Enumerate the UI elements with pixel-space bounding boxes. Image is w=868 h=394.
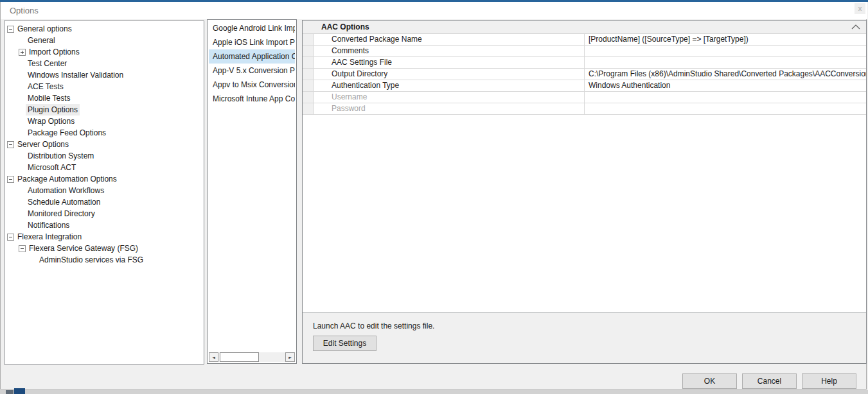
options-tree: General optionsGeneralImport OptionsTest… <box>4 21 204 364</box>
row-gutter <box>303 92 314 103</box>
tree-item[interactable]: Mobile Tests <box>4 92 204 104</box>
tree-item-label: Schedule Automation <box>26 196 102 208</box>
taskbar-item[interactable] <box>14 388 25 394</box>
plugin-list-item[interactable]: Microsoft Intune App Conversion <box>209 92 295 106</box>
plugin-list: Google Android Link Import PluginApple i… <box>209 21 295 351</box>
tree-item-label: Monitored Directory <box>26 208 97 219</box>
property-value[interactable] <box>585 57 866 68</box>
plugin-list-panel: Google Android Link Import PluginApple i… <box>207 19 297 364</box>
tree-item[interactable]: General options <box>4 23 204 35</box>
scroll-thumb[interactable] <box>220 352 259 362</box>
aac-options-panel: AAC Options Converted Package Name[Produ… <box>302 20 867 364</box>
tree-item-label: Server Options <box>15 139 71 150</box>
property-row[interactable]: Username <box>303 92 866 103</box>
tree-item[interactable]: Package Feed Options <box>4 127 204 139</box>
tree-item[interactable]: Distribution System <box>4 150 204 162</box>
tree-item[interactable]: ACE Tests <box>4 81 204 92</box>
property-row[interactable]: Converted Package Name[ProductName] ([So… <box>303 34 866 46</box>
tree-item-label: Mobile Tests <box>26 92 72 104</box>
row-gutter <box>303 46 314 56</box>
tree-item[interactable]: Test Center <box>4 58 204 69</box>
property-name: Password <box>314 103 585 114</box>
property-name: Comments <box>314 46 585 56</box>
tree-item[interactable]: Automation Workflows <box>4 185 204 196</box>
title-bar: Options <box>1 2 867 19</box>
tree-item[interactable]: Package Automation Options <box>4 173 204 185</box>
tree-item[interactable]: General <box>4 35 204 46</box>
collapse-icon[interactable] <box>7 176 14 183</box>
collapse-icon[interactable] <box>19 245 26 252</box>
tree-item-label: Microsoft ACT <box>26 162 78 173</box>
tree-item[interactable]: Flexera Service Gateway (FSG) <box>4 243 204 254</box>
row-gutter <box>303 80 314 91</box>
tree-item[interactable]: Monitored Directory <box>4 208 204 219</box>
tree-item[interactable]: Wrap Options <box>4 116 204 127</box>
tree-item-label: Plugin Options <box>26 104 80 116</box>
plugin-list-item[interactable]: Automated Application Converter <box>209 49 295 64</box>
property-row[interactable]: AAC Settings File <box>303 57 866 69</box>
tree-item[interactable]: Schedule Automation <box>4 196 204 208</box>
taskbar-strip <box>0 390 868 394</box>
tree-item-label: ACE Tests <box>26 81 66 92</box>
plugin-list-item[interactable]: Google Android Link Import Plugin <box>209 21 295 35</box>
property-value[interactable] <box>585 92 866 103</box>
property-value[interactable]: C:\Program Files (x86)\AdminStudio Share… <box>585 69 866 80</box>
property-name: AAC Settings File <box>314 57 585 68</box>
tree-item-label: Notifications <box>26 219 71 231</box>
row-gutter <box>303 103 314 114</box>
tree-item[interactable]: Notifications <box>4 219 204 231</box>
collapse-icon[interactable] <box>7 26 14 33</box>
tree-item[interactable]: Plugin Options <box>4 104 204 116</box>
collapse-icon[interactable] <box>7 141 14 148</box>
tree-item[interactable]: Import Options <box>4 46 204 58</box>
close-button[interactable]: x <box>855 3 865 14</box>
tree-item-label: Automation Workflows <box>26 185 106 196</box>
plugin-list-item[interactable]: App-V 5.x Conversion Plugin <box>209 64 295 78</box>
tree-item-label: AdminStudio services via FSG <box>37 254 145 266</box>
cancel-button[interactable]: Cancel <box>742 373 797 389</box>
expand-icon[interactable] <box>19 49 26 56</box>
property-row[interactable]: Comments <box>303 46 866 57</box>
collapse-chevron-icon[interactable] <box>851 24 860 30</box>
tree-item-label: Package Automation Options <box>15 173 119 185</box>
property-name: Username <box>314 92 585 103</box>
plugin-list-item[interactable]: Apple iOS Link Import Plugin <box>209 35 295 49</box>
property-name: Authentication Type <box>314 80 585 91</box>
tree-item-label: Distribution System <box>26 150 96 162</box>
tree-item-label: Import Options <box>27 46 82 58</box>
aac-footer: Launch AAC to edit the settings file. Ed… <box>303 313 866 363</box>
property-name: Converted Package Name <box>314 34 585 45</box>
help-button[interactable]: Help <box>802 373 856 389</box>
scroll-left-arrow-icon[interactable]: ◄ <box>209 352 218 362</box>
tree-item[interactable]: Flexera Integration <box>4 231 204 243</box>
options-dialog: Options x General optionsGeneralImport O… <box>0 0 868 394</box>
collapse-icon[interactable] <box>7 234 14 241</box>
edit-settings-button[interactable]: Edit Settings <box>313 336 376 351</box>
tree-item[interactable]: Server Options <box>4 139 204 150</box>
property-name: Output Directory <box>314 69 585 80</box>
row-gutter <box>303 34 314 45</box>
tree-item-label: Flexera Integration <box>15 231 84 243</box>
property-value[interactable]: [ProductName] ([SourceType] => [TargetTy… <box>585 34 866 45</box>
tree-item[interactable]: AdminStudio services via FSG <box>4 254 204 266</box>
property-row[interactable]: Authentication TypeWindows Authenticatio… <box>303 80 866 92</box>
property-row[interactable]: Password <box>303 103 866 115</box>
property-rows: Converted Package Name[ProductName] ([So… <box>303 34 866 115</box>
tree-item[interactable]: Microsoft ACT <box>4 162 204 173</box>
property-value[interactable] <box>585 46 866 56</box>
aac-property-grid: AAC Options Converted Package Name[Produ… <box>303 21 866 313</box>
property-row[interactable]: Output DirectoryC:\Program Files (x86)\A… <box>303 69 866 80</box>
ok-button[interactable]: OK <box>682 373 737 389</box>
tree-item-label: Test Center <box>26 58 69 69</box>
close-icon: x <box>858 5 862 12</box>
scroll-right-arrow-icon[interactable]: ► <box>285 352 295 362</box>
window-title: Options <box>10 6 39 15</box>
horizontal-scrollbar[interactable]: ◄ ► <box>209 352 295 362</box>
property-value[interactable]: Windows Authentication <box>585 80 866 91</box>
aac-options-title: AAC Options <box>321 22 369 31</box>
tree-item-label: Package Feed Options <box>26 127 108 139</box>
aac-options-header: AAC Options <box>303 21 866 34</box>
plugin-list-item[interactable]: Appv to Msix Conversion Plugin <box>209 78 295 92</box>
tree-item[interactable]: Windows Installer Validation <box>4 69 204 81</box>
property-value[interactable] <box>585 103 866 114</box>
